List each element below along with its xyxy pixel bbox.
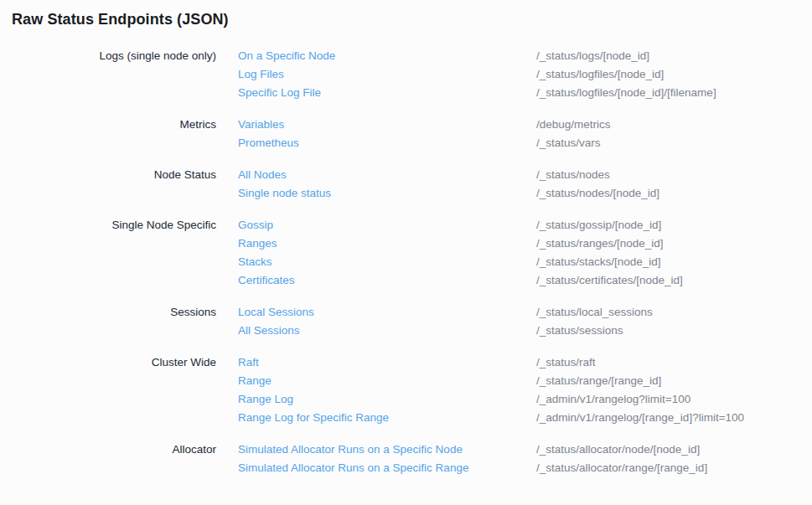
endpoint-group: Logs (single node only)On a Specific Nod…	[0, 47, 812, 102]
endpoint-link[interactable]: Range Log for Specific Range	[238, 409, 515, 427]
endpoint-path: /_status/ranges/[node_id]	[536, 234, 812, 253]
endpoint-group: Node StatusAll Nodes/_status/nodesSingle…	[0, 166, 812, 203]
category-label: Sessions	[0, 303, 216, 322]
endpoint-path: /debug/metrics	[536, 116, 812, 134]
endpoint-path: /_status/vars	[536, 134, 812, 152]
endpoint-path: /_admin/v1/rangelog?limit=100	[536, 390, 812, 409]
endpoint-group: Single Node SpecificGossip/_status/gossi…	[0, 216, 812, 290]
category-label: Node Status	[0, 166, 216, 184]
endpoint-link[interactable]: Simulated Allocator Runs on a Specific N…	[238, 441, 515, 459]
endpoint-path: /_status/nodes/[node_id]	[536, 184, 812, 203]
category-label: Logs (single node only)	[0, 47, 216, 65]
endpoint-link[interactable]: Raft	[238, 353, 515, 372]
endpoint-link[interactable]: All Nodes	[238, 166, 515, 184]
endpoint-group: MetricsVariables/debug/metricsPrometheus…	[0, 116, 812, 152]
endpoint-link[interactable]: Ranges	[238, 234, 515, 253]
endpoint-path: /_status/gossip/[node_id]	[536, 216, 812, 234]
endpoint-link[interactable]: Certificates	[238, 271, 515, 290]
endpoint-path: /_status/stacks/[node_id]	[536, 253, 812, 271]
endpoint-path: /_admin/v1/rangelog/[range_id]?limit=100	[536, 409, 812, 427]
endpoint-path: /_status/allocator/node/[node_id]	[536, 441, 812, 459]
endpoint-link[interactable]: Simulated Allocator Runs on a Specific R…	[238, 459, 515, 477]
endpoint-link[interactable]: Log Files	[238, 65, 515, 84]
endpoint-path: /_status/certificates/[node_id]	[536, 271, 812, 290]
category-label: Allocator	[0, 441, 216, 459]
endpoint-link[interactable]: Prometheus	[238, 134, 515, 152]
page: Raw Status Endpoints (JSON) Logs (single…	[0, 11, 812, 505]
endpoint-group: AllocatorSimulated Allocator Runs on a S…	[0, 441, 812, 477]
endpoint-path: /_status/sessions	[536, 322, 812, 340]
endpoint-link[interactable]: On a Specific Node	[238, 47, 515, 65]
endpoint-link[interactable]: All Sessions	[238, 322, 515, 340]
endpoint-link[interactable]: Stacks	[238, 253, 515, 271]
endpoint-link[interactable]: Range	[238, 372, 515, 390]
endpoint-path: /_status/allocator/range/[range_id]	[536, 459, 812, 477]
endpoint-path: /_status/raft	[536, 353, 812, 372]
category-label: Single Node Specific	[0, 216, 216, 234]
endpoint-group: SessionsLocal Sessions/_status/local_ses…	[0, 303, 812, 340]
endpoint-link[interactable]: Variables	[238, 116, 515, 134]
endpoint-link[interactable]: Local Sessions	[238, 303, 515, 322]
category-label: Cluster Wide	[0, 353, 216, 372]
endpoint-path: /_status/nodes	[536, 166, 812, 184]
endpoint-path: /_status/logs/[node_id]	[536, 47, 812, 65]
endpoint-link[interactable]: Single node status	[238, 184, 515, 203]
endpoint-table: Logs (single node only)On a Specific Nod…	[0, 47, 812, 477]
endpoint-link[interactable]: Gossip	[238, 216, 515, 234]
endpoint-link[interactable]: Range Log	[238, 390, 515, 409]
endpoint-path: /_status/range/[range_id]	[536, 372, 812, 390]
endpoint-group: Cluster WideRaft/_status/raftRange/_stat…	[0, 353, 812, 427]
page-title: Raw Status Endpoints (JSON)	[12, 11, 812, 28]
endpoint-path: /_status/logfiles/[node_id]	[536, 65, 812, 84]
endpoint-path: /_status/logfiles/[node_id]/[filename]	[536, 84, 812, 102]
endpoint-link[interactable]: Specific Log File	[238, 84, 515, 102]
category-label: Metrics	[0, 116, 216, 134]
endpoint-path: /_status/local_sessions	[536, 303, 812, 322]
